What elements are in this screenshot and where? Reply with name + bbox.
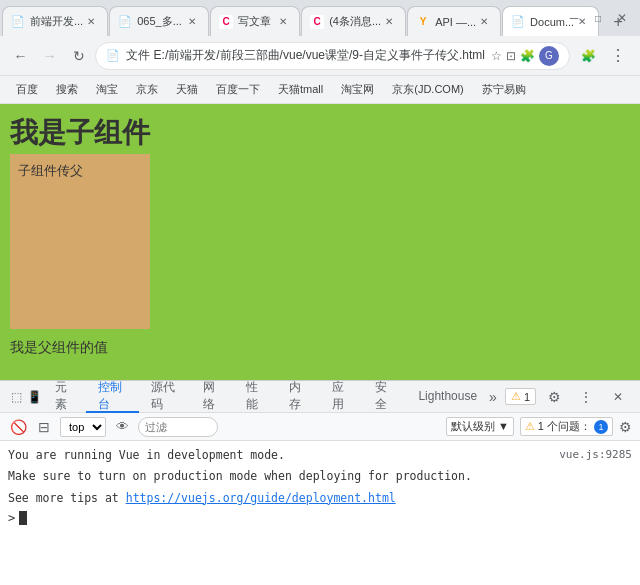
devtools: ⬚ 📱 元素 控制台 源代码 网络 性能 内存 — [0, 380, 640, 585]
console-clear-button[interactable]: 🚫 — [8, 417, 28, 437]
browser-window: ─ □ ✕ 📄 前端开发... ✕ 📄 065_多... ✕ C 写文章 ✕ C… — [0, 0, 640, 585]
console-filter-input[interactable] — [138, 417, 218, 437]
extension-icon[interactable]: 🧩 — [520, 49, 535, 63]
bookmarks-bar: 百度 搜索 淘宝 京东 天猫 百度一下 天猫tmall 淘宝网 京东(JD.CO… — [0, 76, 640, 104]
devtools-tab-console[interactable]: 控制台 — [86, 381, 139, 413]
tab-1-close[interactable]: ✕ — [83, 14, 99, 30]
bookmark-jd-label: 京东 — [136, 82, 158, 97]
profile-icon[interactable]: G — [539, 46, 559, 66]
maximize-btn[interactable]: □ — [590, 10, 606, 26]
tab-1[interactable]: 📄 前端开发... ✕ — [2, 6, 108, 36]
minimize-btn[interactable]: ─ — [566, 10, 582, 26]
devtools-tab-security[interactable]: 安全 — [363, 381, 406, 413]
bookmark-search[interactable]: 搜索 — [48, 79, 86, 101]
page-content: 我是子组件 子组件传父 我是父组件的值 — [0, 104, 640, 380]
bookmark-suning-label: 苏宁易购 — [482, 82, 526, 97]
tab-5-close[interactable]: ✕ — [476, 14, 492, 30]
parent-text: 我是父组件的值 — [10, 339, 108, 357]
bookmark-tmall2-label: 天猫tmall — [278, 82, 323, 97]
issues-warning-icon: ⚠ — [511, 390, 521, 403]
bookmark-tmall[interactable]: 天猫 — [168, 79, 206, 101]
devtools-tab-application[interactable]: 应用 — [320, 381, 363, 413]
tab-bar: ─ □ ✕ 📄 前端开发... ✕ 📄 065_多... ✕ C 写文章 ✕ C… — [0, 0, 640, 36]
devtools-settings-button[interactable]: ⚙ — [540, 383, 568, 411]
vue-deployment-link[interactable]: https://vuejs.org/guide/deployment.html — [126, 491, 396, 505]
prompt-cursor[interactable] — [19, 511, 27, 525]
bookmark-taobao-net[interactable]: 淘宝网 — [333, 79, 382, 101]
forward-button[interactable]: → — [37, 42, 62, 70]
devtools-settings-gear[interactable]: ⚙ — [619, 419, 632, 435]
bookmark-search-label: 搜索 — [56, 82, 78, 97]
default-level-select[interactable]: 默认级别 ▼ — [446, 417, 514, 436]
bookmark-taobao-net-label: 淘宝网 — [341, 82, 374, 97]
console-filter-button[interactable]: ⊟ — [34, 417, 54, 437]
reader-mode-icon[interactable]: ⊡ — [506, 49, 516, 63]
tab-2-favicon: 📄 — [118, 15, 132, 29]
issues-count-badge[interactable]: ⚠ 1 个问题： 1 — [520, 417, 613, 436]
devtools-tab-lighthouse[interactable]: Lighthouse — [406, 381, 489, 413]
console-eye-button[interactable]: 👁 — [112, 417, 132, 437]
devtools-device-button[interactable]: 📱 — [25, 386, 42, 408]
bookmark-baidu-search-label: 百度一下 — [216, 82, 260, 97]
devtools-toolbar: 🚫 ⊟ top 👁 默认级别 ▼ ⚠ 1 个问题： 1 ⚙ — [0, 413, 640, 441]
tab-3[interactable]: C 写文章 ✕ — [210, 6, 300, 36]
issue-badge-count: 1 — [594, 420, 608, 434]
tab-3-close[interactable]: ✕ — [275, 14, 291, 30]
address-text: 文件 E:/前端开发/前段三部曲/vue/vue课堂/9-自定义事件子传父.ht… — [126, 47, 485, 64]
bookmark-jd[interactable]: 京东 — [128, 79, 166, 101]
bookmark-star-icon[interactable]: ☆ — [491, 49, 502, 63]
bookmark-baidu[interactable]: 百度 — [8, 79, 46, 101]
child-title: 我是子组件 — [10, 114, 150, 152]
devtools-tab-performance[interactable]: 性能 — [234, 381, 277, 413]
bookmark-jdcom-label: 京东(JD.COM) — [392, 82, 464, 97]
devtools-close-button[interactable]: ✕ — [604, 383, 632, 411]
tab-2[interactable]: 📄 065_多... ✕ — [109, 6, 209, 36]
devtools-issues-badge[interactable]: ⚠ 1 — [505, 388, 536, 405]
bookmark-taobao-label: 淘宝 — [96, 82, 118, 97]
bookmark-suning[interactable]: 苏宁易购 — [474, 79, 534, 101]
address-lock-icon: 📄 — [106, 49, 120, 62]
devtools-inspect-button[interactable]: ⬚ — [8, 386, 25, 408]
nav-right: 🧩 ⋮ — [574, 42, 632, 70]
bookmark-taobao[interactable]: 淘宝 — [88, 79, 126, 101]
nav-bar: ← → ↻ 📄 文件 E:/前端开发/前段三部曲/vue/vue课堂/9-自定义… — [0, 36, 640, 76]
vue-app: 我是子组件 子组件传父 我是父组件的值 — [0, 104, 640, 380]
extensions-button[interactable]: 🧩 — [574, 42, 602, 70]
back-button[interactable]: ← — [8, 42, 33, 70]
bookmark-jdcom[interactable]: 京东(JD.COM) — [384, 79, 472, 101]
tab-1-label: 前端开发... — [30, 14, 83, 29]
devtools-tab-network[interactable]: 网络 — [191, 381, 234, 413]
issues-warning-icon2: ⚠ — [525, 420, 535, 433]
bookmark-tmall2[interactable]: 天猫tmall — [270, 79, 331, 101]
tab-5-label: API —... — [435, 16, 476, 28]
devtools-tab-elements[interactable]: 元素 — [43, 381, 86, 413]
address-icons: ☆ ⊡ 🧩 G — [491, 46, 559, 66]
devtools-tab-memory[interactable]: 内存 — [277, 381, 320, 413]
console-context-select[interactable]: top — [60, 417, 106, 437]
reload-button[interactable]: ↻ — [66, 42, 91, 70]
tab-5[interactable]: Y API —... ✕ — [407, 6, 501, 36]
menu-button[interactable]: ⋮ — [604, 42, 632, 70]
tab-4-label: (4条消息... — [329, 14, 381, 29]
child-to-parent-button[interactable]: 子组件传父 — [18, 162, 83, 180]
vue-source-ref-1: vue.js:9285 — [559, 447, 632, 464]
close-btn[interactable]: ✕ — [614, 10, 630, 26]
tab-3-favicon: C — [219, 15, 233, 29]
tab-3-label: 写文章 — [238, 14, 275, 29]
address-bar[interactable]: 📄 文件 E:/前端开发/前段三部曲/vue/vue课堂/9-自定义事件子传父.… — [95, 42, 570, 70]
tab-2-label: 065_多... — [137, 14, 184, 29]
bookmark-baidu-label: 百度 — [16, 82, 38, 97]
console-prompt: > — [0, 509, 640, 527]
tab-4[interactable]: C (4条消息... ✕ — [301, 6, 406, 36]
devtools-more-tabs[interactable]: » — [489, 389, 497, 405]
devtools-options-button[interactable]: ⋮ — [572, 383, 600, 411]
tab-4-close[interactable]: ✕ — [381, 14, 397, 30]
bookmark-baidu-search[interactable]: 百度一下 — [208, 79, 268, 101]
devtools-tabs: ⬚ 📱 元素 控制台 源代码 网络 性能 内存 — [0, 381, 640, 413]
tab-6-favicon: 📄 — [511, 15, 525, 29]
console-line-2: Make sure to turn on production mode whe… — [0, 466, 640, 487]
toolbar-right: 默认级别 ▼ ⚠ 1 个问题： 1 ⚙ — [446, 417, 632, 436]
devtools-tab-sources[interactable]: 源代码 — [139, 381, 192, 413]
console-line-1: You are running Vue in development mode.… — [0, 445, 640, 466]
tab-2-close[interactable]: ✕ — [184, 14, 200, 30]
